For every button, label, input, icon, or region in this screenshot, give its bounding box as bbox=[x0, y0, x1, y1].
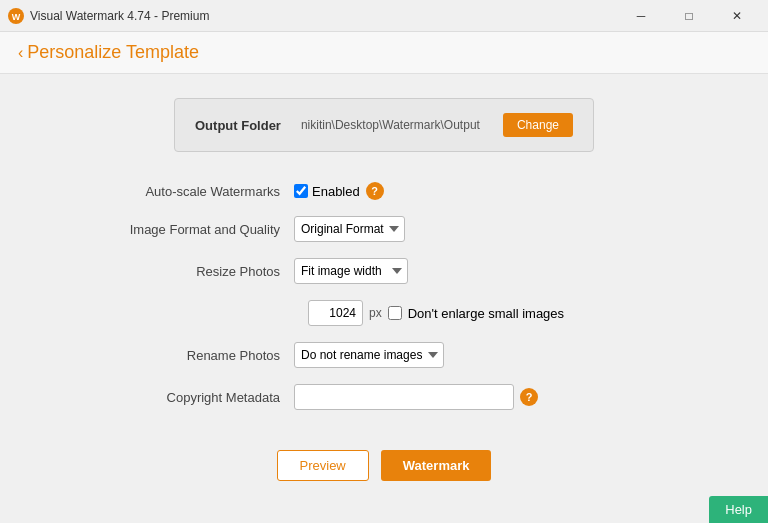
preview-button[interactable]: Preview bbox=[277, 450, 369, 481]
resize-photos-label: Resize Photos bbox=[94, 264, 294, 279]
resize-width-control: px Don't enlarge small images bbox=[308, 300, 564, 326]
dont-enlarge-label: Don't enlarge small images bbox=[408, 306, 564, 321]
maximize-button[interactable]: □ bbox=[666, 0, 712, 32]
resize-sub-row: px Don't enlarge small images bbox=[94, 300, 674, 326]
dont-enlarge-checkbox[interactable] bbox=[388, 306, 402, 320]
image-format-row: Image Format and Quality Original Format… bbox=[94, 216, 674, 242]
change-folder-button[interactable]: Change bbox=[503, 113, 573, 137]
resize-photos-row: Resize Photos Fit image width Fit image … bbox=[94, 258, 674, 284]
close-button[interactable]: ✕ bbox=[714, 0, 760, 32]
image-format-select[interactable]: Original Format JPEG PNG TIFF BMP bbox=[294, 216, 405, 242]
resize-photos-select[interactable]: Fit image width Fit image height Do not … bbox=[294, 258, 408, 284]
auto-scale-row: Auto-scale Watermarks Enabled ? bbox=[94, 182, 674, 200]
auto-scale-checkbox-label: Enabled bbox=[312, 184, 360, 199]
image-format-control: Original Format JPEG PNG TIFF BMP bbox=[294, 216, 405, 242]
minimize-button[interactable]: ─ bbox=[618, 0, 664, 32]
output-folder-path: nikitin\Desktop\Watermark\Output bbox=[301, 118, 483, 132]
copyright-metadata-row: Copyright Metadata ? bbox=[94, 384, 674, 410]
rename-photos-control: Do not rename images Add prefix Add suff… bbox=[294, 342, 444, 368]
auto-scale-help-button[interactable]: ? bbox=[366, 182, 384, 200]
page-title: Personalize Template bbox=[27, 42, 199, 63]
px-label: px bbox=[369, 306, 382, 320]
app-icon: W bbox=[8, 8, 24, 24]
watermark-button[interactable]: Watermark bbox=[381, 450, 492, 481]
auto-scale-checkbox[interactable] bbox=[294, 184, 308, 198]
resize-photos-control: Fit image width Fit image height Do not … bbox=[294, 258, 408, 284]
image-format-label: Image Format and Quality bbox=[94, 222, 294, 237]
app-title: Visual Watermark 4.74 - Premium bbox=[30, 9, 618, 23]
copyright-metadata-input[interactable] bbox=[294, 384, 514, 410]
settings-area: Auto-scale Watermarks Enabled ? Image Fo… bbox=[94, 182, 674, 426]
back-arrow-icon[interactable]: ‹ bbox=[18, 44, 23, 62]
main-content: Output Folder nikitin\Desktop\Watermark\… bbox=[0, 74, 768, 523]
title-bar: W Visual Watermark 4.74 - Premium ─ □ ✕ bbox=[0, 0, 768, 32]
help-button[interactable]: Help bbox=[709, 496, 768, 523]
auto-scale-checkbox-wrap: Enabled bbox=[294, 184, 360, 199]
auto-scale-label: Auto-scale Watermarks bbox=[94, 184, 294, 199]
copyright-metadata-label: Copyright Metadata bbox=[94, 390, 294, 405]
output-folder-box: Output Folder nikitin\Desktop\Watermark\… bbox=[174, 98, 594, 152]
action-buttons: Preview Watermark bbox=[277, 450, 492, 481]
copyright-metadata-control: ? bbox=[294, 384, 538, 410]
auto-scale-control: Enabled ? bbox=[294, 182, 384, 200]
app-header: ‹ Personalize Template bbox=[0, 32, 768, 74]
rename-photos-row: Rename Photos Do not rename images Add p… bbox=[94, 342, 674, 368]
rename-photos-label: Rename Photos bbox=[94, 348, 294, 363]
rename-photos-select[interactable]: Do not rename images Add prefix Add suff… bbox=[294, 342, 444, 368]
resize-width-input[interactable] bbox=[308, 300, 363, 326]
svg-text:W: W bbox=[12, 12, 21, 22]
header-title: ‹ Personalize Template bbox=[18, 42, 750, 63]
copyright-help-button[interactable]: ? bbox=[520, 388, 538, 406]
window-controls: ─ □ ✕ bbox=[618, 0, 760, 32]
output-folder-label: Output Folder bbox=[195, 118, 281, 133]
